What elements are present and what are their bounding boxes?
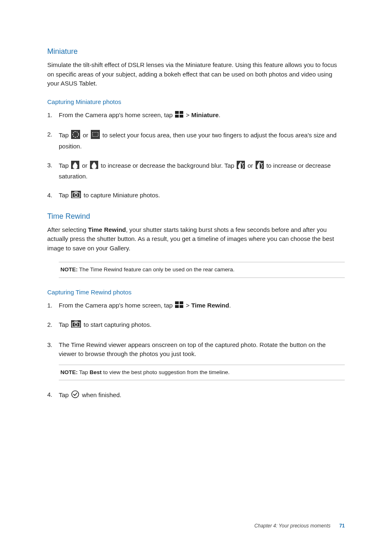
saturation-decrease-icon bbox=[256, 161, 264, 172]
miniature-step-3: Tap + or - to increase or decrease the b… bbox=[47, 161, 345, 181]
svg-rect-15 bbox=[261, 163, 263, 164]
svg-rect-20 bbox=[175, 301, 179, 304]
svg-rect-23 bbox=[180, 305, 183, 308]
text: when finished. bbox=[80, 391, 121, 398]
timerewind-step-2: Tap to start capturing photos. bbox=[47, 320, 345, 331]
text: The Time Rewind viewer appears onscreen … bbox=[59, 341, 326, 358]
text-bold: Time Rewind bbox=[88, 226, 126, 233]
text: or bbox=[80, 162, 89, 169]
subheading-timerewind-capture: Capturing Time Rewind photos bbox=[47, 288, 345, 297]
text: After selecting bbox=[47, 226, 88, 233]
text: to capture Miniature photos. bbox=[82, 192, 160, 199]
note-rear-camera: NOTE: The Time Rewind feature can only b… bbox=[59, 262, 345, 278]
saturation-increase-icon: + bbox=[237, 161, 245, 172]
text: or bbox=[246, 162, 255, 169]
text: Tap bbox=[59, 391, 70, 398]
text: . bbox=[219, 111, 220, 118]
text: > bbox=[184, 111, 191, 118]
svg-rect-3 bbox=[180, 115, 183, 118]
timerewind-step-1: From the Camera app's home screen, tap >… bbox=[47, 301, 345, 310]
subheading-miniature-capture: Capturing Miniature photos bbox=[47, 97, 345, 107]
svg-text:+: + bbox=[242, 162, 244, 165]
grid-mode-icon bbox=[175, 301, 183, 311]
note-text: The Time Rewind feature can only be used… bbox=[78, 266, 235, 273]
desc-miniature: Simulate the tilt-shift effect of DSLR l… bbox=[47, 60, 345, 88]
note-label: NOTE: bbox=[60, 369, 78, 375]
camera-capture-icon bbox=[71, 320, 81, 331]
miniature-step-4: Tap to capture Miniature photos. bbox=[47, 191, 345, 201]
svg-text:+: + bbox=[77, 165, 79, 169]
svg-text:-: - bbox=[96, 165, 97, 169]
blur-decrease-icon: - bbox=[90, 161, 98, 172]
page-footer: Chapter 4: Your precious moments 71 bbox=[254, 522, 345, 530]
heading-miniature: Miniature bbox=[47, 46, 345, 57]
text: to increase or decrease the background b… bbox=[99, 162, 236, 169]
text: or bbox=[81, 132, 90, 139]
text-bold: Time Rewind bbox=[191, 302, 229, 309]
note-best: NOTE: Tap Best to view the best photo su… bbox=[59, 365, 345, 380]
blur-increase-icon: + bbox=[71, 161, 79, 172]
text: to start capturing photos. bbox=[82, 321, 151, 328]
svg-rect-21 bbox=[180, 301, 183, 304]
note-text: to view the best photo suggestion from t… bbox=[101, 369, 229, 375]
focus-rect-icon bbox=[91, 130, 100, 142]
heading-timerewind: Time Rewind bbox=[47, 211, 345, 222]
miniature-step-2: Tap or to select your focus area, then u… bbox=[47, 130, 345, 151]
text: Tap bbox=[59, 192, 70, 199]
svg-rect-2 bbox=[175, 115, 179, 118]
steps-miniature: From the Camera app's home screen, tap >… bbox=[47, 111, 345, 201]
steps-timerewind: From the Camera app's home screen, tap >… bbox=[47, 301, 345, 401]
desc-timerewind: After selecting Time Rewind, your shutte… bbox=[47, 225, 345, 253]
camera-capture-icon bbox=[71, 191, 81, 201]
section-timerewind: Time Rewind After selecting Time Rewind,… bbox=[47, 211, 345, 401]
timerewind-step-3: The Time Rewind viewer appears onscreen … bbox=[47, 340, 345, 380]
section-miniature: Miniature Simulate the tilt-shift effect… bbox=[47, 46, 345, 201]
grid-mode-icon bbox=[175, 111, 183, 120]
svg-point-28 bbox=[72, 391, 79, 398]
svg-rect-0 bbox=[175, 111, 179, 114]
text: Tap bbox=[59, 321, 70, 328]
footer-chapter: Chapter 4: Your precious moments bbox=[254, 523, 330, 529]
svg-rect-1 bbox=[180, 111, 183, 114]
note-text: Tap bbox=[78, 369, 90, 375]
text: Tap bbox=[59, 162, 70, 169]
note-label: NOTE: bbox=[60, 266, 78, 273]
timerewind-step-4: Tap when finished. bbox=[47, 390, 345, 401]
text: From the Camera app's home screen, tap bbox=[59, 111, 174, 118]
text: From the Camera app's home screen, tap bbox=[59, 302, 174, 309]
focus-circle-icon bbox=[71, 130, 80, 142]
text: . bbox=[229, 302, 231, 309]
text: to select your focus area, then use your… bbox=[59, 132, 337, 150]
footer-page-number: 71 bbox=[339, 523, 345, 529]
svg-rect-6 bbox=[91, 130, 100, 139]
text-bold: Miniature bbox=[191, 111, 219, 118]
text: Tap bbox=[59, 132, 70, 139]
done-check-icon bbox=[71, 390, 79, 401]
miniature-step-1: From the Camera app's home screen, tap >… bbox=[47, 111, 345, 120]
svg-rect-22 bbox=[175, 305, 179, 308]
text: > bbox=[184, 302, 191, 309]
text-bold: Best bbox=[90, 369, 101, 375]
